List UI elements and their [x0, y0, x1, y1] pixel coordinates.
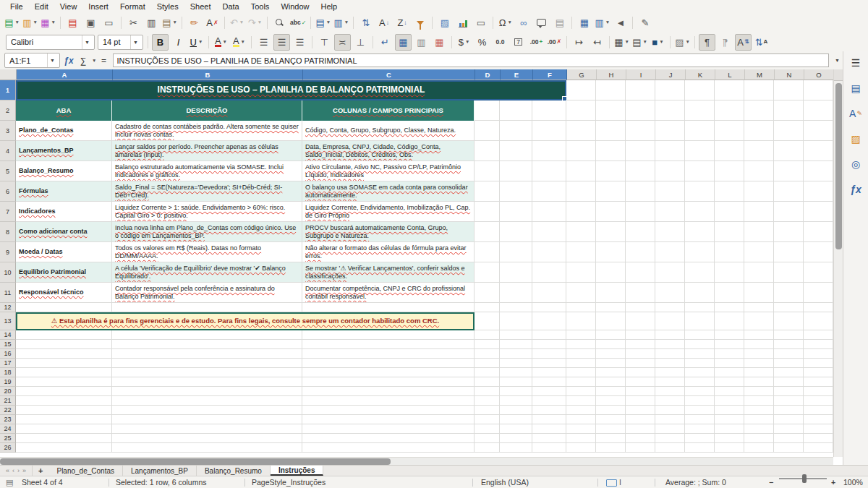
cell-G1[interactable] — [566, 80, 596, 100]
wrap-text-button[interactable]: ↵ — [377, 34, 393, 51]
cell-G19[interactable] — [566, 377, 596, 387]
row-header-1[interactable]: 1 — [0, 80, 16, 100]
sort-button[interactable]: ⇅ — [357, 14, 374, 31]
cell-C7[interactable]: Liquidez Corrente, Endividamento, Imobil… — [302, 202, 475, 222]
cell-K3[interactable] — [685, 121, 715, 141]
save-button[interactable]: ▦▼ — [40, 14, 56, 31]
cell-A25[interactable] — [16, 434, 112, 443]
currency-format-button[interactable]: $▼ — [456, 34, 472, 51]
cell-C6[interactable]: O balanço usa SOMASE em cada conta para … — [302, 181, 475, 202]
cell-D24[interactable] — [475, 424, 500, 434]
row-header-16[interactable]: 16 — [0, 349, 16, 359]
cell-A11[interactable]: Responsável técnico — [16, 283, 112, 303]
right-to-left-button[interactable]: ¶ — [717, 34, 733, 51]
cell-N18[interactable] — [774, 368, 804, 377]
cell-K17[interactable] — [685, 359, 715, 368]
cell-N8[interactable] — [774, 222, 804, 242]
cell-B7[interactable]: Liquidez Corrente > 1: saúde. Endividame… — [112, 202, 302, 222]
footnote-button[interactable]: ▤ — [551, 14, 568, 31]
cell-M8[interactable] — [744, 222, 774, 242]
cell-G13[interactable] — [566, 312, 596, 330]
cell-B3[interactable]: Cadastro de contas contábeis padrão. Alt… — [112, 121, 302, 141]
function-wizard-icon[interactable]: ƒx — [62, 54, 75, 67]
comment-button[interactable] — [533, 14, 550, 31]
sheet-tab-Plano_de_Contas[interactable]: Plano_de_Contas — [48, 466, 123, 476]
cell-J24[interactable] — [655, 424, 685, 434]
cell-F7[interactable] — [532, 202, 566, 222]
cell-M26[interactable] — [744, 443, 774, 453]
properties-deck-icon[interactable]: ▤ — [848, 80, 864, 95]
cell-H7[interactable] — [596, 202, 626, 222]
cell-D26[interactable] — [475, 443, 500, 453]
row-header-8[interactable]: 8 — [0, 222, 16, 242]
cell-O18[interactable] — [804, 368, 833, 377]
cell-H6[interactable] — [596, 181, 626, 202]
cell-D11[interactable] — [475, 283, 500, 303]
cell-J9[interactable] — [655, 242, 685, 262]
vertical-scrollbar[interactable] — [833, 69, 843, 457]
cell-K26[interactable] — [685, 443, 715, 453]
cell-I21[interactable] — [626, 396, 655, 406]
name-box-dropdown-icon[interactable]: ▼ — [47, 53, 57, 67]
row-header-13[interactable]: 13 — [0, 312, 16, 330]
special-character-button[interactable]: Ω▼ — [497, 14, 514, 31]
cell-B17[interactable] — [112, 359, 302, 368]
cell-G2[interactable] — [566, 100, 596, 121]
cell-C14[interactable] — [302, 330, 475, 340]
cell-J18[interactable] — [655, 368, 685, 377]
cell-O17[interactable] — [804, 359, 833, 368]
cell-B11[interactable]: Contador responsável pela conferência e … — [112, 283, 302, 303]
cell-J4[interactable] — [655, 141, 685, 161]
select-all-corner[interactable] — [0, 69, 17, 80]
cell-N1[interactable] — [774, 80, 804, 100]
cell-J20[interactable] — [655, 387, 685, 396]
cell-D20[interactable] — [475, 387, 500, 396]
zoom-out-button[interactable]: − — [769, 478, 773, 487]
cell-I16[interactable] — [626, 349, 655, 359]
cell-K2[interactable] — [685, 100, 715, 121]
zoom-slider-thumb[interactable] — [802, 474, 807, 483]
cell-G5[interactable] — [566, 161, 596, 181]
title-cell-A1[interactable]: INSTRUÇÕES DE USO – PLANILHA DE BALANÇO … — [16, 80, 566, 100]
find-replace-button[interactable] — [271, 14, 288, 31]
cell-M25[interactable] — [744, 434, 774, 443]
cell-H24[interactable] — [596, 424, 626, 434]
undo-button[interactable]: ↶▼ — [229, 14, 245, 31]
cell-O10[interactable] — [804, 262, 833, 283]
cell-I8[interactable] — [626, 222, 655, 242]
row-header-21[interactable]: 21 — [0, 396, 16, 406]
left-to-right-button[interactable]: ¶ — [699, 34, 715, 51]
cell-M15[interactable] — [744, 340, 774, 349]
cell-I18[interactable] — [626, 368, 655, 377]
cell-L20[interactable] — [715, 387, 744, 396]
cell-A9[interactable]: Moeda / Datas — [16, 242, 112, 262]
column-header-O[interactable]: O — [804, 69, 833, 80]
cell-C18[interactable] — [302, 368, 475, 377]
cell-K18[interactable] — [685, 368, 715, 377]
align-center-button[interactable]: ☰ — [273, 34, 290, 51]
cell-G18[interactable] — [566, 368, 596, 377]
underline-dropdown-icon[interactable]: ▼ — [198, 40, 203, 45]
cell-A22[interactable] — [16, 406, 112, 415]
cell-M1[interactable] — [744, 80, 774, 100]
menu-data[interactable]: Data — [216, 1, 244, 12]
cell-E13[interactable] — [500, 312, 532, 330]
cell-N26[interactable] — [774, 443, 804, 453]
new-document-button[interactable]: ▤▼ — [4, 14, 20, 31]
cell-L16[interactable] — [715, 349, 744, 359]
cell-K5[interactable] — [685, 161, 715, 181]
cell-B8[interactable]: Inclua nova linha em Plano_de_Contas com… — [112, 222, 302, 242]
cell-O12[interactable] — [804, 303, 833, 312]
column-header-I[interactable]: I — [626, 69, 656, 80]
cell-F15[interactable] — [532, 340, 566, 349]
cell-D16[interactable] — [475, 349, 500, 359]
cell-I24[interactable] — [626, 424, 655, 434]
cell-D15[interactable] — [475, 340, 500, 349]
cell-M16[interactable] — [744, 349, 774, 359]
gallery-deck-icon[interactable]: ▨ — [848, 131, 864, 146]
cell-N9[interactable] — [774, 242, 804, 262]
row-header-2[interactable]: 2 — [0, 100, 16, 121]
cell-A19[interactable] — [16, 377, 112, 387]
row-header-6[interactable]: 6 — [0, 181, 16, 202]
cell-D21[interactable] — [475, 396, 500, 406]
